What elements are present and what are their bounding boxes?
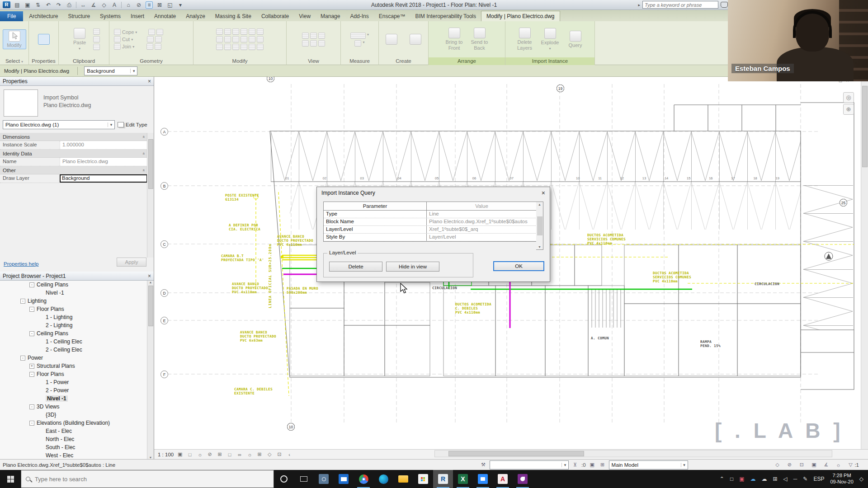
tree-item[interactable]: East - Elec <box>0 427 147 435</box>
tree-expander-icon[interactable]: - <box>29 331 34 336</box>
visual-style-icon[interactable]: □ <box>186 452 193 457</box>
ribbon-tab[interactable]: Architecture <box>24 11 63 21</box>
tree-expander-icon[interactable]: - <box>20 356 25 361</box>
editing-requests-icon[interactable]: ⊻ <box>571 462 579 468</box>
properties-help-link[interactable]: Properties help <box>4 259 38 267</box>
temporary-view-properties-icon[interactable]: ⊞ <box>256 451 263 457</box>
revit-logo-icon[interactable]: R <box>3 1 10 8</box>
query-table-row[interactable]: Style By Layer/Level <box>324 234 537 241</box>
ribbon-tab[interactable]: Enscape™ <box>374 11 410 21</box>
tree-item[interactable]: - Ceiling Plans <box>0 329 147 338</box>
create-group-button[interactable] <box>381 34 403 45</box>
scale-icon[interactable] <box>257 36 264 42</box>
tree-expander-icon[interactable]: - <box>29 404 34 409</box>
query-table-row[interactable]: Type Line <box>324 211 537 218</box>
default-3d-view-icon[interactable]: ⌂ <box>125 2 132 8</box>
text-icon[interactable]: A <box>111 2 118 8</box>
query-table-row[interactable]: Block Name Plano Electrico.dwg.Xref_1ºsu… <box>324 218 537 226</box>
ribbon-tab[interactable]: Add-Ins <box>345 11 373 21</box>
edit-type-button[interactable]: Edit Type <box>118 120 147 129</box>
search-binoculars-icon[interactable] <box>721 2 728 8</box>
filter-icon[interactable]: ▽ <box>846 462 854 468</box>
worksets-icon[interactable]: ⚒ <box>479 462 487 468</box>
tree-item[interactable]: - Lighting <box>0 297 147 305</box>
join-button[interactable]: Join▾ <box>114 43 161 50</box>
drag-on-selection-icon[interactable]: ∡ <box>822 462 830 468</box>
tree-item[interactable]: 1 - Ceiling Elec <box>0 338 147 346</box>
hide-in-view-button[interactable]: Hide in view <box>386 262 439 272</box>
delete-layers-button[interactable]: Delete Layers <box>513 28 537 51</box>
tree-item[interactable]: 2 - Ceiling Elec <box>0 346 147 354</box>
temporary-hide-isolate-icon[interactable]: ∞ <box>236 452 243 457</box>
tree-item[interactable]: - Floor Plans <box>0 305 147 313</box>
sun-path-icon[interactable]: ☼ <box>196 452 203 457</box>
scroll-down-icon[interactable]: ▼ <box>149 456 152 459</box>
align-icon[interactable] <box>216 28 223 35</box>
ribbon-tab[interactable]: BIM Interoperability Tools <box>410 11 481 21</box>
tree-item[interactable]: - Floor Plans <box>0 370 147 378</box>
redo-icon[interactable]: ↷ <box>55 2 62 8</box>
dimension-tool-icon[interactable] <box>354 40 361 47</box>
tree-item[interactable]: 1 - Power <box>0 378 147 386</box>
tree-expander-icon[interactable]: - <box>29 372 34 377</box>
select-links-icon[interactable]: ◇ <box>773 462 781 468</box>
displace-icon[interactable] <box>318 40 325 47</box>
undo-icon[interactable]: ↶ <box>45 2 52 8</box>
unpin-icon[interactable] <box>224 44 231 50</box>
cloud-icon[interactable]: ☁ <box>762 476 767 482</box>
recorder-app-button[interactable] <box>513 470 533 488</box>
edge-button[interactable] <box>373 470 393 488</box>
unhide-icon[interactable] <box>302 40 309 47</box>
ribbon-tab[interactable]: Structure <box>63 11 95 21</box>
close-icon[interactable]: × <box>542 189 545 197</box>
query-button[interactable]: Query <box>564 31 587 48</box>
tree-expander-icon[interactable]: - <box>29 307 34 312</box>
autocad-taskbar-button[interactable]: A <box>493 470 513 488</box>
exclude-options-icon[interactable]: ☼ <box>834 462 842 468</box>
ribbon-tab[interactable]: View <box>294 11 316 21</box>
meeting-app-button[interactable] <box>473 470 493 488</box>
modify-button[interactable]: Modify <box>3 29 26 50</box>
cut-profile-icon[interactable] <box>310 40 317 47</box>
taskbar-search[interactable] <box>21 470 274 488</box>
infocenter-expand-icon[interactable]: ▸ <box>638 3 640 7</box>
calendar-badge-icon[interactable]: ▣ <box>739 476 744 482</box>
aligned-dimension-icon[interactable]: ∡ <box>90 2 97 8</box>
split-face-icon[interactable] <box>155 36 162 42</box>
tag-icon[interactable]: ◇ <box>100 2 108 8</box>
ribbon-tab[interactable]: Massing & Site <box>210 11 256 21</box>
tree-item[interactable]: Nivel -1 <box>0 289 147 297</box>
view-scale-label[interactable]: 1 : 100 <box>158 452 174 457</box>
delete-button[interactable]: Delete <box>329 262 382 272</box>
thin-lines-icon[interactable]: ≡ <box>146 1 153 9</box>
collapse-bar-icon[interactable]: ‹ <box>286 452 293 457</box>
close-hidden-windows-icon[interactable]: ⊠ <box>156 2 163 8</box>
analytical-model-icon[interactable]: ◇ <box>266 451 273 457</box>
taskbar-search-input[interactable] <box>34 475 251 483</box>
ribbon-tab[interactable]: Analyze <box>181 11 210 21</box>
tree-item[interactable]: - Elevations (Building Elevation) <box>0 419 147 427</box>
tray-expand-icon[interactable]: ⌃ <box>720 476 724 482</box>
ribbon-tab[interactable]: Systems <box>95 11 126 21</box>
name-value[interactable]: Plano Electrico.dwg <box>60 158 147 166</box>
override-graphics-icon[interactable] <box>310 33 317 39</box>
group-dimensions[interactable]: Dimensions« <box>0 133 147 141</box>
dialog-title-bar[interactable]: Import Instance Query × <box>317 187 550 199</box>
properties-scrollbar[interactable] <box>147 133 154 258</box>
design-options-dropdown[interactable]: Main Model▾ <box>609 460 688 469</box>
revit-taskbar-button[interactable]: R <box>433 470 453 488</box>
volume-icon[interactable]: ◁ <box>783 476 788 482</box>
help-search-input[interactable] <box>642 1 718 9</box>
file-explorer-button[interactable] <box>393 470 413 488</box>
paste-button[interactable]: Paste ▾ <box>68 28 91 51</box>
taskbar-clock[interactable]: 7:28 PM 09-Nov-20 <box>830 473 853 485</box>
horizontal-scrollbar[interactable] <box>434 450 832 457</box>
beam-joins-icon[interactable] <box>155 43 161 50</box>
dialog-scrollbar[interactable]: ▲ ▼ <box>536 202 543 250</box>
ribbon-tab[interactable]: Annotate <box>149 11 181 21</box>
measure-tool-icon[interactable] <box>350 33 366 39</box>
bring-to-front-button[interactable]: Bring to Front <box>443 28 466 51</box>
x-delete-icon[interactable] <box>257 44 264 50</box>
print-icon[interactable]: ⎙ <box>66 2 73 8</box>
tree-item[interactable]: - Power <box>0 354 147 362</box>
